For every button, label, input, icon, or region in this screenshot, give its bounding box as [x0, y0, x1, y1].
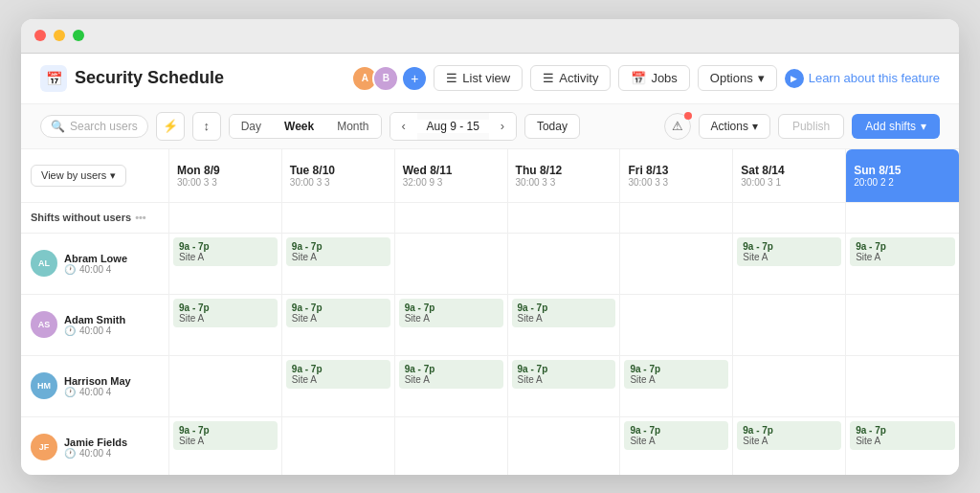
- user-row-jamie: JF Jamie Fields 🕐 40:00 4: [21, 417, 168, 475]
- clock-icon: 🕐: [64, 448, 76, 459]
- day-header-sat: Sat 8/14 30:00 3 1: [733, 149, 846, 202]
- shift-cell-3-1[interactable]: [282, 417, 395, 475]
- shift-cell-0-0[interactable]: 9a - 7pSite A: [169, 234, 282, 294]
- user-row-abram: AL Abram Lowe 🕐 40:00 4: [21, 234, 168, 295]
- close-dot[interactable]: [34, 30, 46, 41]
- user-grid-row-2: 9a - 7pSite A9a - 7pSite A9a - 7pSite A9…: [169, 356, 959, 417]
- shift-cell-3-6[interactable]: 9a - 7pSite A: [846, 417, 959, 475]
- avatar-2: B: [372, 65, 399, 92]
- day-headers: Mon 8/9 30:00 3 3 Tue 8/10 30:00 3 3 Wed…: [169, 149, 959, 203]
- app-content: 📅 Security Schedule A B + ☰ List view ☰ …: [21, 54, 959, 475]
- left-panel: View by users ▾ Shifts without users •••…: [21, 149, 169, 475]
- no-users-fri: [620, 203, 733, 233]
- chevron-down-icon: ▾: [110, 169, 116, 182]
- shift-cell-0-6[interactable]: 9a - 7pSite A: [846, 234, 959, 294]
- shift-cell-2-0[interactable]: [169, 356, 282, 416]
- shift-cell-2-2[interactable]: 9a - 7pSite A: [395, 356, 508, 416]
- shift-cell-0-5[interactable]: 9a - 7pSite A: [733, 234, 846, 294]
- shift-cell-3-5[interactable]: 9a - 7pSite A: [733, 417, 846, 475]
- shift-block: 9a - 7pSite A: [850, 421, 955, 450]
- shift-cell-0-1[interactable]: 9a - 7pSite A: [282, 234, 395, 294]
- jobs-button[interactable]: 📅 Jobs: [618, 65, 689, 91]
- shift-block: 9a - 7pSite A: [399, 299, 503, 327]
- shift-cell-2-6[interactable]: [846, 356, 959, 416]
- activity-icon: ☰: [543, 71, 554, 85]
- header-actions: A B + ☰ List view ☰ Activity 📅 Jobs O: [351, 65, 940, 92]
- shift-cell-0-2[interactable]: [395, 234, 508, 294]
- no-users-wed: [395, 203, 508, 233]
- shift-block: 9a - 7pSite A: [512, 360, 616, 389]
- shift-block: 9a - 7pSite A: [173, 237, 278, 266]
- no-users-row: [169, 203, 959, 234]
- shifts-no-users-label: Shifts without users •••: [21, 203, 168, 234]
- add-shifts-button[interactable]: Add shifts ▾: [852, 114, 940, 139]
- shift-cell-2-1[interactable]: 9a - 7pSite A: [282, 356, 395, 416]
- shift-block: 9a - 7pSite A: [399, 360, 503, 389]
- activity-button[interactable]: ☰ Activity: [530, 65, 611, 91]
- top-header: 📅 Security Schedule A B + ☰ List view ☰ …: [21, 54, 959, 104]
- sort-icon: ↕: [203, 119, 210, 133]
- add-person-button[interactable]: +: [403, 67, 426, 90]
- alert-button[interactable]: ⚠: [664, 113, 691, 140]
- shift-cell-3-2[interactable]: [395, 417, 508, 475]
- minimize-dot[interactable]: [54, 30, 65, 41]
- page-title: Security Schedule: [75, 68, 224, 88]
- shift-cell-1-5[interactable]: [733, 295, 846, 355]
- view-by-button[interactable]: View by users ▾: [31, 165, 126, 187]
- toolbar: 🔍 Search users ⚡ ↕ Day Week Month ‹ Aug …: [21, 104, 959, 149]
- prev-week-button[interactable]: ‹: [390, 113, 417, 140]
- avatar-harrison: HM: [31, 372, 57, 399]
- shift-block: 9a - 7pSite A: [173, 421, 278, 450]
- shift-cell-1-0[interactable]: 9a - 7pSite A: [169, 295, 282, 355]
- no-users-thu: [508, 203, 621, 233]
- shift-block: 9a - 7pSite A: [512, 299, 616, 327]
- filter-button[interactable]: ⚡: [156, 112, 185, 141]
- shift-cell-3-0[interactable]: 9a - 7pSite A: [169, 417, 282, 475]
- no-users-tue: [282, 203, 395, 233]
- user-row-harrison: HM Harrison May 🕐 40:00 4: [21, 356, 168, 417]
- next-week-button[interactable]: ›: [489, 113, 516, 140]
- shift-cell-1-3[interactable]: 9a - 7pSite A: [508, 295, 621, 355]
- week-view-button[interactable]: Week: [273, 115, 325, 138]
- shift-cell-1-6[interactable]: [846, 295, 959, 355]
- shift-block: 9a - 7pSite A: [173, 299, 278, 327]
- list-view-button[interactable]: ☰ List view: [434, 65, 523, 91]
- shift-block: 9a - 7pSite A: [286, 360, 390, 389]
- learn-link[interactable]: ▶ Learn about this feature: [785, 69, 940, 88]
- shift-cell-0-3[interactable]: [508, 234, 621, 294]
- no-users-sun: [846, 203, 959, 233]
- search-box[interactable]: 🔍 Search users: [40, 115, 148, 138]
- shift-block: 9a - 7pSite A: [624, 421, 728, 450]
- clock-icon: 🕐: [64, 264, 76, 275]
- today-button[interactable]: Today: [524, 114, 580, 139]
- shift-block: 9a - 7pSite A: [286, 237, 390, 266]
- user-row-adam: AS Adam Smith 🕐 40:00 4: [21, 295, 168, 356]
- maximize-dot[interactable]: [73, 30, 84, 41]
- month-view-button[interactable]: Month: [325, 115, 380, 138]
- options-button[interactable]: Options ▾: [698, 65, 777, 91]
- day-view-button[interactable]: Day: [230, 115, 273, 138]
- shift-cell-1-2[interactable]: 9a - 7pSite A: [395, 295, 508, 355]
- shift-cell-1-1[interactable]: 9a - 7pSite A: [282, 295, 395, 355]
- publish-button[interactable]: Publish: [778, 114, 844, 139]
- clock-icon: 🕐: [64, 325, 76, 336]
- actions-button[interactable]: Actions ▾: [699, 114, 770, 139]
- shift-cell-2-5[interactable]: [733, 356, 846, 416]
- more-icon: •••: [135, 212, 146, 223]
- shift-cell-3-4[interactable]: 9a - 7pSite A: [620, 417, 733, 475]
- avatar-group: A B +: [351, 65, 426, 92]
- shift-cell-2-4[interactable]: 9a - 7pSite A: [620, 356, 733, 416]
- sort-button[interactable]: ↕: [192, 112, 221, 141]
- shift-cell-1-4[interactable]: [620, 295, 733, 355]
- search-icon: 🔍: [51, 120, 65, 133]
- avatar-abram: AL: [31, 250, 57, 277]
- day-header-tue: Tue 8/10 30:00 3 3: [282, 149, 395, 202]
- alert-dot: [684, 112, 692, 120]
- avatar-adam: AS: [31, 311, 57, 338]
- shift-cell-2-3[interactable]: 9a - 7pSite A: [508, 356, 621, 416]
- day-header-mon: Mon 8/9 30:00 3 3: [169, 149, 282, 202]
- shift-cell-0-4[interactable]: [620, 234, 733, 294]
- jobs-icon: 📅: [631, 71, 646, 85]
- day-header-fri: Fri 8/13 30:00 3 3: [620, 149, 733, 202]
- shift-cell-3-3[interactable]: [508, 417, 621, 475]
